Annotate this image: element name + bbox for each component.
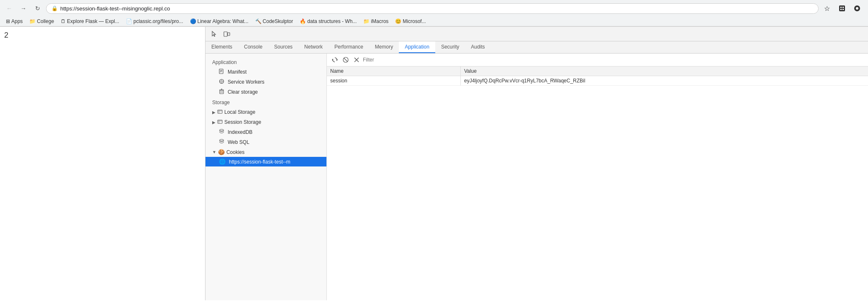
sidebar-item-web-sql[interactable]: Web SQL <box>205 137 326 147</box>
devtools-toolbar <box>205 27 868 41</box>
web-sql-icon <box>219 139 224 146</box>
clear-cookies-button[interactable] <box>341 55 350 64</box>
settings-button[interactable] <box>851 3 863 14</box>
section-title-storage: Storage <box>205 97 326 107</box>
tab-sources[interactable]: Sources <box>268 41 298 53</box>
devtools-tabs: Elements Console Sources Network Perform… <box>205 41 868 54</box>
tab-memory[interactable]: Memory <box>369 41 399 53</box>
device-toolbar-button[interactable] <box>221 28 232 39</box>
devtools-body: Application Manifest Service Workers <box>205 54 868 300</box>
nav-bar: ← → ↻ 🔒 https://session-flask-test--misi… <box>0 0 868 17</box>
extension-button[interactable] <box>836 3 848 14</box>
svg-marker-33 <box>332 59 333 61</box>
bookmark-apps-label: Apps <box>11 18 23 24</box>
cookie-url-label: https://session-flask-test--m <box>229 159 290 165</box>
web-sql-label: Web SQL <box>228 139 249 145</box>
imacros-icon: 📁 <box>363 18 370 24</box>
sidebar-item-cookie-url[interactable]: 🌐 https://session-flask-test--m <box>205 157 326 166</box>
bookmark-codeskulptor-label: CodeSkulptor <box>263 18 293 24</box>
tab-application[interactable]: Application <box>399 41 435 53</box>
tab-console[interactable]: Console <box>238 41 268 53</box>
apps-icon: ⊞ <box>6 18 10 24</box>
tab-security[interactable]: Security <box>435 41 465 53</box>
svg-rect-0 <box>839 5 845 11</box>
url-text: https://session-flask-test--misingnoglic… <box>60 5 813 12</box>
bookmark-imacros-label: iMacros <box>371 18 388 24</box>
bookmark-linear-algebra-label: Linear Algebra: What... <box>198 18 249 24</box>
main-area: 2 Elements Console Sources Network Perfo… <box>0 27 868 300</box>
filter-bar <box>327 54 868 67</box>
clear-storage-icon <box>219 89 224 95</box>
cookie-value: eyJ4ljoyfQ.DqRcPw.vVcr-q1RyL7bcA_RWaqeC_… <box>461 76 868 85</box>
bookmark-data-structures[interactable]: 🔥 data structures - Wh... <box>297 18 359 25</box>
devtools-sidebar: Application Manifest Service Workers <box>205 54 327 300</box>
table-row[interactable]: session eyJ4ljoyfQ.DqRcPw.vVcr-q1RyL7bcA… <box>327 76 868 86</box>
manifest-label: Manifest <box>228 69 247 75</box>
browser-chrome: ← → ↻ 🔒 https://session-flask-test--misi… <box>0 0 868 27</box>
bookmark-imacros[interactable]: 📁 iMacros <box>361 18 391 25</box>
svg-rect-1 <box>840 7 842 8</box>
reload-button[interactable]: ↻ <box>32 3 44 14</box>
lock-icon: 🔒 <box>51 5 58 11</box>
tab-audits[interactable]: Audits <box>465 41 490 53</box>
bookmark-apps[interactable]: ⊞ Apps <box>3 18 25 25</box>
codeskulptor-icon: 🔨 <box>255 18 262 24</box>
bookmark-pclassic-label: pclassic.org/files/pro... <box>134 18 183 24</box>
nav-right: ☆ <box>821 3 865 14</box>
page-number: 2 <box>4 31 8 39</box>
delete-selected-button[interactable] <box>352 55 361 64</box>
svg-rect-2 <box>842 7 844 8</box>
cookies-icon: 🍪 <box>218 149 225 155</box>
bookmark-microsoft[interactable]: 😊 Microsof... <box>393 18 428 25</box>
tab-network[interactable]: Network <box>298 41 329 53</box>
data-table: Name Value session eyJ4ljoyfQ.DqRcPw.vVc… <box>327 67 868 300</box>
service-workers-icon <box>219 79 224 85</box>
bookmark-college[interactable]: 📁 College <box>27 18 56 25</box>
local-storage-label: Local Storage <box>224 109 255 115</box>
sidebar-item-local-storage[interactable]: ▶ Local Storage <box>205 107 326 117</box>
bookmark-linear-algebra[interactable]: 🔵 Linear Algebra: What... <box>187 18 251 25</box>
bookmark-data-structures-label: data structures - Wh... <box>307 18 357 24</box>
sidebar-item-manifest[interactable]: Manifest <box>205 67 326 77</box>
svg-point-31 <box>220 139 224 141</box>
microsoft-icon: 😊 <box>395 18 401 24</box>
bookmark-pclassic[interactable]: 📄 pclassic.org/files/pro... <box>123 18 186 25</box>
bookmark-microsoft-label: Microsof... <box>403 18 426 24</box>
cookies-expand-arrow: ▼ <box>212 150 216 154</box>
forward-button[interactable]: → <box>18 3 29 14</box>
select-element-button[interactable] <box>209 28 220 39</box>
bookmark-star-button[interactable]: ☆ <box>821 3 833 14</box>
back-button[interactable]: ← <box>3 3 15 14</box>
tab-elements[interactable]: Elements <box>205 41 238 53</box>
indexeddb-icon <box>219 129 224 136</box>
sidebar-item-clear-storage[interactable]: Clear storage <box>205 87 326 97</box>
sidebar-item-service-workers[interactable]: Service Workers <box>205 77 326 87</box>
bookmark-codeskulptor[interactable]: 🔨 CodeSkulptor <box>253 18 296 25</box>
address-bar[interactable]: 🔒 https://session-flask-test--misingnogl… <box>46 3 819 14</box>
svg-rect-19 <box>220 90 223 94</box>
svg-rect-7 <box>224 32 227 36</box>
clear-storage-label: Clear storage <box>228 89 258 95</box>
filter-input[interactable] <box>363 57 865 63</box>
section-title-application: Application <box>205 57 326 67</box>
sidebar-item-indexeddb[interactable]: IndexedDB <box>205 127 326 137</box>
manifest-icon <box>219 69 224 75</box>
sidebar-item-session-storage[interactable]: ▶ Session Storage <box>205 117 326 127</box>
service-workers-label: Service Workers <box>228 79 265 85</box>
page-content: 2 <box>0 27 205 300</box>
local-storage-expand-arrow: ▶ <box>212 110 216 115</box>
refresh-cookies-button[interactable] <box>330 55 339 64</box>
svg-point-30 <box>220 129 224 131</box>
sidebar-item-cookies[interactable]: ▼ 🍪 Cookies <box>205 147 326 157</box>
tab-performance[interactable]: Performance <box>329 41 369 53</box>
local-storage-icon <box>217 109 223 115</box>
svg-rect-8 <box>228 33 230 36</box>
pclassic-icon: 📄 <box>126 18 132 24</box>
explore-flask-icon: 🗒 <box>61 18 66 24</box>
session-storage-label: Session Storage <box>224 119 261 125</box>
bookmarks-bar: ⊞ Apps 📁 College 🗒 Explore Flask — Expl.… <box>0 17 868 26</box>
col-header-value: Value <box>461 67 868 76</box>
bookmark-explore-flask[interactable]: 🗒 Explore Flask — Expl... <box>58 18 122 25</box>
bookmark-college-label: College <box>37 18 54 24</box>
svg-point-6 <box>856 7 858 10</box>
